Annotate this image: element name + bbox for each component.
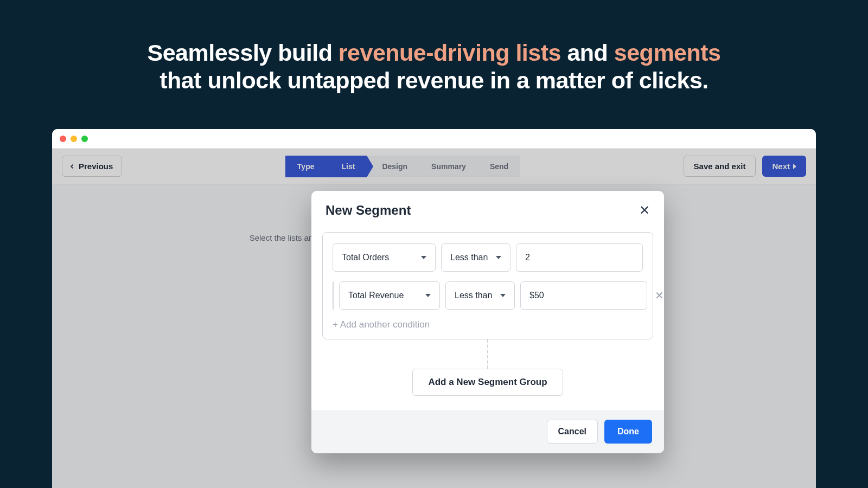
andor-toggle: And Or [333,281,334,310]
new-segment-modal: New Segment ✕ Total Orders Less than [311,191,664,453]
field-select[interactable]: Total Revenue [339,281,440,310]
headline-text-3: that unlock untapped revenue in a matter… [159,67,709,93]
segment-group: Total Orders Less than And Or [322,232,653,339]
modal-footer: Cancel Done [311,410,664,453]
operator-select[interactable]: Less than [445,281,515,310]
browser-window: Previous Type List Design Summary Send S… [52,129,816,488]
value-input[interactable] [516,243,643,272]
condition-row-2: And Or Total Revenue Less than ✕ [333,281,643,310]
chevron-down-icon [496,256,501,259]
app-content: Previous Type List Design Summary Send S… [52,149,816,488]
field-select[interactable]: Total Orders [333,243,436,272]
headline-text-1: Seamlessly build [147,40,338,66]
modal-header: New Segment ✕ [311,191,664,224]
cancel-button[interactable]: Cancel [547,420,598,444]
traffic-minimize-icon[interactable] [71,136,77,142]
operator-value: Less than [455,291,492,300]
traffic-maximize-icon[interactable] [81,136,88,142]
done-button[interactable]: Done [604,420,652,444]
chevron-down-icon [425,294,431,297]
group-connector-line [487,339,488,369]
modal-title: New Segment [326,203,411,218]
field-value: Total Orders [342,253,389,262]
marketing-headline: Seamlessly build revenue-driving lists a… [0,0,868,94]
add-condition-button[interactable]: + Add another condition [333,319,643,330]
add-segment-group-button[interactable]: Add a New Segment Group [412,369,563,396]
traffic-close-icon[interactable] [60,136,66,142]
headline-accent-1: revenue-driving lists [339,40,561,66]
field-value: Total Revenue [348,291,404,300]
value-input[interactable] [520,281,647,310]
chevron-down-icon [421,256,426,259]
operator-value: Less than [450,253,488,262]
operator-select[interactable]: Less than [441,243,510,272]
condition-row-1: Total Orders Less than [333,243,643,272]
remove-condition-icon[interactable]: ✕ [653,289,666,302]
close-icon[interactable]: ✕ [639,203,650,218]
headline-accent-2: segments [614,40,721,66]
and-button[interactable]: And [333,282,334,309]
chevron-down-icon [500,294,506,297]
browser-titlebar [52,129,816,149]
headline-text-2: and [561,40,614,66]
